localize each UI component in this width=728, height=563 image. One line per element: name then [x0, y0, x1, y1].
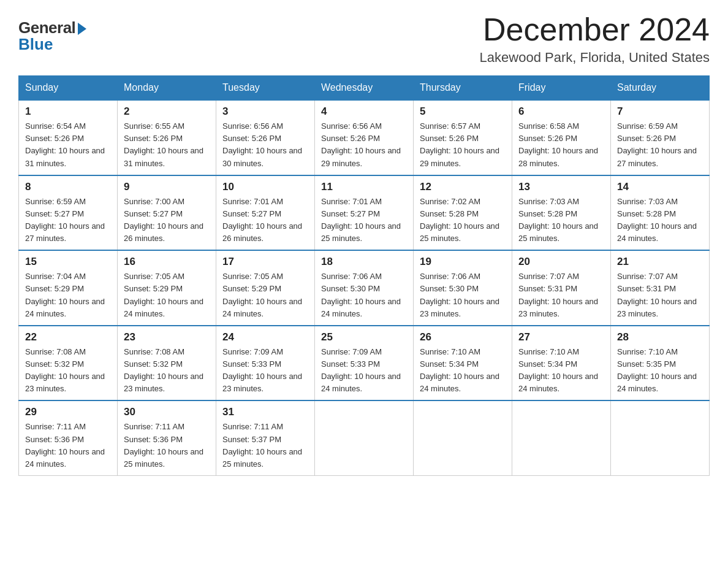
day-number: 26 [420, 331, 506, 343]
day-number: 10 [222, 181, 308, 193]
calendar-cell [611, 400, 710, 475]
day-number: 17 [222, 256, 308, 268]
calendar-cell: 29Sunrise: 7:11 AMSunset: 5:36 PMDayligh… [19, 400, 118, 475]
calendar-cell: 10Sunrise: 7:01 AMSunset: 5:27 PMDayligh… [216, 175, 315, 251]
calendar-week-row: 1Sunrise: 6:54 AMSunset: 5:26 PMDaylight… [19, 100, 710, 175]
calendar-cell: 30Sunrise: 7:11 AMSunset: 5:36 PMDayligh… [118, 400, 216, 475]
day-info: Sunrise: 6:55 AMSunset: 5:26 PMDaylight:… [124, 120, 210, 170]
calendar-header-friday: Friday [512, 76, 611, 101]
day-info: Sunrise: 6:54 AMSunset: 5:26 PMDaylight:… [25, 120, 111, 170]
page-header: General Blue December 2024 Lakewood Park… [18, 12, 710, 66]
calendar-cell: 15Sunrise: 7:04 AMSunset: 5:29 PMDayligh… [19, 250, 118, 326]
logo-arrow-icon [78, 23, 86, 35]
day-info: Sunrise: 7:07 AMSunset: 5:31 PMDaylight:… [617, 270, 703, 320]
day-info: Sunrise: 7:01 AMSunset: 5:27 PMDaylight:… [222, 196, 308, 245]
day-info: Sunrise: 7:11 AMSunset: 5:37 PMDaylight:… [222, 421, 308, 470]
day-number: 29 [25, 406, 111, 418]
calendar-cell: 25Sunrise: 7:09 AMSunset: 5:33 PMDayligh… [315, 326, 414, 401]
calendar-cell: 27Sunrise: 7:10 AMSunset: 5:34 PMDayligh… [512, 326, 611, 401]
calendar-header-tuesday: Tuesday [216, 76, 315, 101]
day-info: Sunrise: 7:11 AMSunset: 5:36 PMDaylight:… [25, 421, 111, 470]
day-number: 16 [124, 256, 210, 268]
calendar-cell: 1Sunrise: 6:54 AMSunset: 5:26 PMDaylight… [19, 100, 118, 175]
calendar-cell [315, 400, 414, 475]
day-info: Sunrise: 7:06 AMSunset: 5:30 PMDaylight:… [420, 270, 506, 320]
day-number: 8 [25, 181, 111, 193]
day-info: Sunrise: 7:08 AMSunset: 5:32 PMDaylight:… [25, 346, 111, 396]
day-info: Sunrise: 6:56 AMSunset: 5:26 PMDaylight:… [321, 120, 407, 170]
day-info: Sunrise: 6:58 AMSunset: 5:26 PMDaylight:… [518, 120, 604, 170]
day-number: 24 [222, 331, 308, 343]
day-number: 14 [617, 181, 703, 193]
calendar-cell: 3Sunrise: 6:56 AMSunset: 5:26 PMDaylight… [216, 100, 315, 175]
calendar-cell: 6Sunrise: 6:58 AMSunset: 5:26 PMDaylight… [512, 100, 611, 175]
location-title: Lakewood Park, Florida, United States [480, 50, 710, 66]
day-info: Sunrise: 7:00 AMSunset: 5:27 PMDaylight:… [124, 196, 210, 245]
day-number: 6 [518, 105, 604, 118]
calendar-cell: 28Sunrise: 7:10 AMSunset: 5:35 PMDayligh… [611, 326, 710, 401]
calendar-header-sunday: Sunday [19, 76, 118, 101]
calendar-cell: 14Sunrise: 7:03 AMSunset: 5:28 PMDayligh… [611, 175, 710, 251]
calendar-cell: 21Sunrise: 7:07 AMSunset: 5:31 PMDayligh… [611, 250, 710, 326]
calendar-cell: 23Sunrise: 7:08 AMSunset: 5:32 PMDayligh… [118, 326, 216, 401]
day-number: 19 [420, 256, 506, 268]
calendar-week-row: 15Sunrise: 7:04 AMSunset: 5:29 PMDayligh… [19, 250, 710, 326]
day-number: 28 [617, 331, 703, 343]
calendar-cell: 19Sunrise: 7:06 AMSunset: 5:30 PMDayligh… [414, 250, 512, 326]
day-number: 13 [518, 181, 604, 193]
calendar-week-row: 22Sunrise: 7:08 AMSunset: 5:32 PMDayligh… [19, 326, 710, 401]
day-info: Sunrise: 7:07 AMSunset: 5:31 PMDaylight:… [518, 270, 604, 320]
day-info: Sunrise: 7:10 AMSunset: 5:34 PMDaylight:… [518, 346, 604, 396]
calendar-week-row: 8Sunrise: 6:59 AMSunset: 5:27 PMDaylight… [19, 175, 710, 251]
day-number: 7 [617, 105, 703, 118]
day-number: 15 [25, 256, 111, 268]
calendar-cell: 7Sunrise: 6:59 AMSunset: 5:26 PMDaylight… [611, 100, 710, 175]
calendar-cell: 18Sunrise: 7:06 AMSunset: 5:30 PMDayligh… [315, 250, 414, 326]
day-info: Sunrise: 7:06 AMSunset: 5:30 PMDaylight:… [321, 270, 407, 320]
day-info: Sunrise: 6:59 AMSunset: 5:26 PMDaylight:… [617, 120, 703, 170]
calendar-cell: 8Sunrise: 6:59 AMSunset: 5:27 PMDaylight… [19, 175, 118, 251]
calendar-cell: 4Sunrise: 6:56 AMSunset: 5:26 PMDaylight… [315, 100, 414, 175]
calendar-week-row: 29Sunrise: 7:11 AMSunset: 5:36 PMDayligh… [19, 400, 710, 475]
calendar-cell: 13Sunrise: 7:03 AMSunset: 5:28 PMDayligh… [512, 175, 611, 251]
day-number: 9 [124, 181, 210, 193]
calendar-header-row: SundayMondayTuesdayWednesdayThursdayFrid… [19, 76, 710, 101]
calendar-cell: 12Sunrise: 7:02 AMSunset: 5:28 PMDayligh… [414, 175, 512, 251]
day-info: Sunrise: 7:05 AMSunset: 5:29 PMDaylight:… [222, 270, 308, 320]
day-number: 11 [321, 181, 407, 193]
day-info: Sunrise: 7:05 AMSunset: 5:29 PMDaylight:… [124, 270, 210, 320]
day-number: 25 [321, 331, 407, 343]
day-info: Sunrise: 7:04 AMSunset: 5:29 PMDaylight:… [25, 270, 111, 320]
day-number: 1 [25, 105, 111, 118]
day-number: 18 [321, 256, 407, 268]
day-info: Sunrise: 7:03 AMSunset: 5:28 PMDaylight:… [617, 196, 703, 245]
day-info: Sunrise: 7:11 AMSunset: 5:36 PMDaylight:… [124, 421, 210, 470]
day-info: Sunrise: 7:01 AMSunset: 5:27 PMDaylight:… [321, 196, 407, 245]
calendar-cell: 17Sunrise: 7:05 AMSunset: 5:29 PMDayligh… [216, 250, 315, 326]
day-info: Sunrise: 7:09 AMSunset: 5:33 PMDaylight:… [321, 346, 407, 396]
calendar-cell: 5Sunrise: 6:57 AMSunset: 5:26 PMDaylight… [414, 100, 512, 175]
day-number: 2 [124, 105, 210, 118]
day-number: 23 [124, 331, 210, 343]
day-info: Sunrise: 6:59 AMSunset: 5:27 PMDaylight:… [25, 196, 111, 245]
calendar-header-thursday: Thursday [414, 76, 512, 101]
day-number: 4 [321, 105, 407, 118]
day-info: Sunrise: 6:56 AMSunset: 5:26 PMDaylight:… [222, 120, 308, 170]
day-number: 31 [222, 406, 308, 418]
day-info: Sunrise: 6:57 AMSunset: 5:26 PMDaylight:… [420, 120, 506, 170]
calendar-cell: 26Sunrise: 7:10 AMSunset: 5:34 PMDayligh… [414, 326, 512, 401]
day-number: 20 [518, 256, 604, 268]
day-number: 21 [617, 256, 703, 268]
day-info: Sunrise: 7:10 AMSunset: 5:34 PMDaylight:… [420, 346, 506, 396]
day-number: 3 [222, 105, 308, 118]
day-number: 12 [420, 181, 506, 193]
calendar-cell: 11Sunrise: 7:01 AMSunset: 5:27 PMDayligh… [315, 175, 414, 251]
calendar-header-saturday: Saturday [611, 76, 710, 101]
calendar-cell [414, 400, 512, 475]
calendar-cell: 31Sunrise: 7:11 AMSunset: 5:37 PMDayligh… [216, 400, 315, 475]
calendar-cell: 24Sunrise: 7:09 AMSunset: 5:33 PMDayligh… [216, 326, 315, 401]
calendar-cell: 16Sunrise: 7:05 AMSunset: 5:29 PMDayligh… [118, 250, 216, 326]
day-info: Sunrise: 7:03 AMSunset: 5:28 PMDaylight:… [518, 196, 604, 245]
calendar-cell: 22Sunrise: 7:08 AMSunset: 5:32 PMDayligh… [19, 326, 118, 401]
calendar-header-wednesday: Wednesday [315, 76, 414, 101]
